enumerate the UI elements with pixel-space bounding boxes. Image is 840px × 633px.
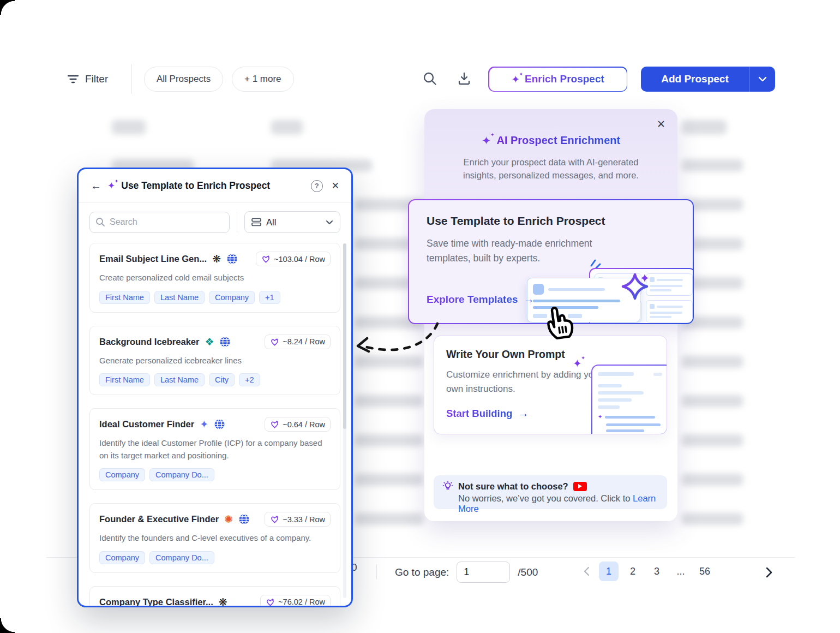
tag-pill: Company <box>209 291 255 304</box>
page-prev-button[interactable] <box>578 562 595 581</box>
provider-icon: ❋ <box>219 597 227 607</box>
template-card[interactable]: Ideal Customer Finder ✦ ~0.64 / Row Iden… <box>89 408 340 490</box>
sparkle-diamond-icon <box>620 271 652 304</box>
scrollbar-thumb[interactable] <box>343 243 346 429</box>
rows-icon <box>251 218 261 226</box>
gem-icon <box>266 598 275 607</box>
template-description: Identify the ideal Customer Profile (ICP… <box>99 437 331 462</box>
page-next-button[interactable] <box>759 563 778 582</box>
template-name: Background Icebreaker <box>99 337 199 347</box>
cost-badge: ~3.33 / Row <box>265 512 331 527</box>
add-prospect-dropdown[interactable] <box>749 67 775 92</box>
start-building-link[interactable]: Start Building → <box>446 407 529 420</box>
tag-pill: First Name <box>99 373 150 386</box>
cost-badge: ~8.24 / Row <box>265 335 331 349</box>
category-filter-select[interactable]: All <box>244 211 340 233</box>
template-tags: CompanyCompany Do... <box>99 468 331 481</box>
use-template-modal: ← ✦✦ Use Template to Enrich Prospect ? ✕ <box>77 168 353 607</box>
cost-badge: ~103.04 / Row <box>256 252 331 266</box>
panel-close-button[interactable]: ✕ <box>657 118 665 130</box>
chip-all-prospects[interactable]: All Prospects <box>144 67 223 92</box>
tag-pill: Last Name <box>154 291 205 304</box>
page-number-1[interactable]: 1 <box>599 562 619 581</box>
modal-close-button[interactable]: ✕ <box>332 180 339 192</box>
template-card[interactable]: Background Icebreaker ❖ ~8.24 / Row Gene… <box>89 326 340 396</box>
filter-icon <box>67 74 80 85</box>
template-name: Founder & Executive Finder <box>99 514 219 524</box>
scrollbar-track[interactable] <box>343 243 346 598</box>
tag-pill: First Name <box>99 291 150 304</box>
blurred-header <box>271 120 303 134</box>
provider-icon: ✺ <box>224 514 233 524</box>
use-template-title: Use Template to Enrich Prospect <box>427 214 605 228</box>
arrow-right-icon: → <box>518 407 529 420</box>
blurred-cell <box>355 395 423 407</box>
download-icon <box>457 71 472 86</box>
panel-title: AI Prospect Enrichment <box>496 134 620 147</box>
arrow-right-icon: → <box>524 293 535 306</box>
template-card[interactable]: Founder & Executive Finder ✺ ~3.33 / Row… <box>89 503 340 573</box>
write-prompt-card[interactable]: Write Your Own Prompt Customize enrichme… <box>434 336 667 434</box>
page-number-3[interactable]: 3 <box>647 562 667 581</box>
help-notice: Not sure what to choose? No worries, we’… <box>434 475 667 509</box>
chip-more[interactable]: + 1 more <box>232 67 294 92</box>
prompt-illustration: ✦ <box>591 365 667 434</box>
tag-pill: City <box>209 373 235 386</box>
cost-badge: ~76.02 / Row <box>260 595 331 608</box>
pagination-divider <box>376 564 377 580</box>
page-number-2[interactable]: 2 <box>623 562 643 581</box>
sparkle-icon: ✦✦ <box>573 358 582 369</box>
tag-pill: Company <box>99 551 145 564</box>
cost-label: ~0.64 / Row <box>283 420 325 429</box>
page-input[interactable] <box>457 562 510 583</box>
template-description: Generate personalized icebreaker lines <box>99 355 331 367</box>
page-number-56[interactable]: 56 <box>695 562 715 581</box>
help-button[interactable]: ? <box>311 180 323 192</box>
start-building-label: Start Building <box>446 408 512 420</box>
provider-icon: ✦ <box>200 419 208 429</box>
hand-cursor-icon <box>541 301 578 342</box>
gem-icon <box>270 515 279 524</box>
divider <box>237 212 237 232</box>
app-canvas: Filter All Prospects + 1 more ✦✦ Enrich … <box>0 0 840 633</box>
enrich-prospect-button[interactable]: ✦✦ Enrich Prospect <box>488 67 627 92</box>
search-icon <box>422 71 437 86</box>
download-button[interactable] <box>457 71 473 87</box>
chevron-left-icon <box>583 566 590 576</box>
cost-badge: ~0.64 / Row <box>265 417 331 432</box>
blurred-cell <box>682 159 743 171</box>
tag-pill: Company Do... <box>149 468 214 481</box>
enrich-label: Enrich Prospect <box>525 73 604 85</box>
template-card[interactable]: Email Subject Line Gen... ❋ ~103.04 / Ro… <box>89 243 340 313</box>
template-name: Email Subject Line Gen... <box>99 254 207 264</box>
blurred-cell <box>355 513 423 525</box>
cost-label: ~8.24 / Row <box>283 337 325 346</box>
back-button[interactable]: ← <box>91 180 101 192</box>
notice-title: Not sure what to choose? <box>458 481 568 492</box>
template-name: Ideal Customer Finder <box>99 419 194 429</box>
tag-pill: Company <box>99 468 145 481</box>
blurred-cell <box>682 513 743 525</box>
goto-label: Go to page: <box>395 566 449 578</box>
sparkle-icon: ✦✦ <box>511 74 520 85</box>
search-button[interactable] <box>422 71 439 87</box>
template-search-input[interactable] <box>89 212 230 233</box>
gem-icon <box>261 254 271 264</box>
explore-templates-label: Explore Templates <box>427 294 518 306</box>
blurred-cell <box>682 434 743 446</box>
template-card[interactable]: Company Type Classifier... ❋ ~76.02 / Ro… <box>89 586 340 608</box>
toolbar-divider <box>131 64 132 94</box>
add-prospect-label: Add Prospect <box>641 67 749 92</box>
youtube-icon[interactable] <box>573 482 587 491</box>
tag-pill: Last Name <box>154 373 205 386</box>
filter-control[interactable]: Filter <box>67 67 108 92</box>
click-burst-icon <box>589 257 601 269</box>
explore-templates-link[interactable]: Explore Templates → <box>427 293 535 306</box>
sparkle-icon: ✦✦ <box>482 135 491 146</box>
cost-label: ~3.33 / Row <box>283 515 325 524</box>
web-icon <box>238 513 250 525</box>
gem-icon <box>270 420 279 429</box>
blurred-header <box>112 120 146 134</box>
add-prospect-button[interactable]: Add Prospect <box>641 67 775 92</box>
web-icon <box>226 253 238 265</box>
